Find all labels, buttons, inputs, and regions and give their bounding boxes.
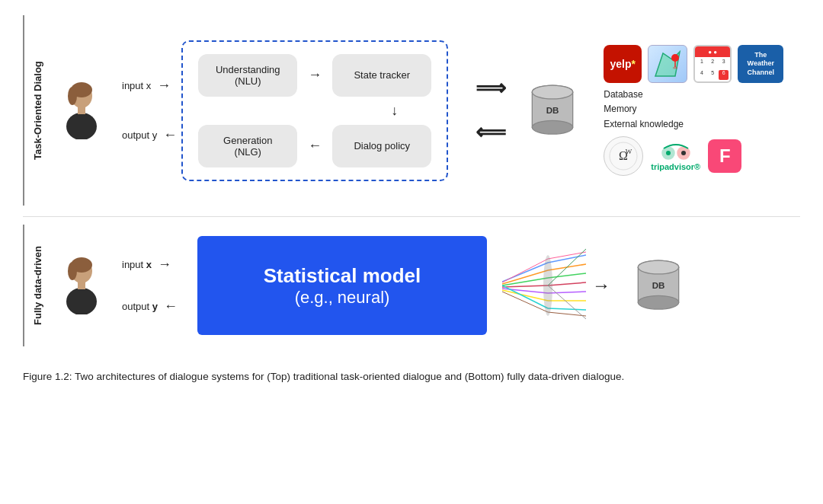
svg-line-30 (502, 285, 548, 287)
svg-text:DB: DB (652, 281, 665, 290)
wikipedia-icon: Ω W (604, 136, 643, 176)
top-section-row: Task-Oriented Dialog (23, 15, 800, 206)
svg-rect-26 (78, 280, 85, 289)
main-container: Task-Oriented Dialog (0, 0, 823, 504)
svg-line-38 (548, 273, 586, 278)
bottom-section-content: input x → output y ← Statistical model (… (55, 225, 800, 346)
top-row: Understanding(NLU) → State tracker (198, 54, 431, 97)
svg-point-47 (543, 255, 552, 316)
svg-point-20 (666, 151, 671, 155)
dialog-policy-box: Dialog policy (332, 125, 431, 167)
svg-text:DB: DB (546, 106, 559, 115)
top-input-label: input x → (122, 78, 177, 94)
svg-point-50 (638, 295, 678, 309)
svg-point-7 (533, 120, 573, 134)
svg-line-40 (548, 292, 586, 293)
svg-point-8 (533, 85, 573, 99)
yelp-icon: yelp* (604, 45, 642, 83)
neural-wires (502, 247, 586, 324)
task-oriented-label: Task-Oriented Dialog (23, 15, 46, 206)
svg-line-42 (548, 308, 586, 310)
bottom-row: Generation(NLG) ← Dialog policy (198, 125, 431, 167)
top-output-label: output y ← (122, 127, 177, 143)
foursquare-icon: F (708, 139, 741, 173)
figure-caption: Figure 1.2: Two architectures of dialogu… (23, 369, 800, 384)
bottom-output-label: output y ← (122, 298, 178, 314)
svg-line-43 (548, 252, 586, 259)
svg-line-46 (548, 249, 586, 285)
svg-point-51 (638, 260, 678, 274)
svg-point-25 (66, 288, 97, 314)
arrow-dp-nlg: ← (308, 138, 322, 154)
svg-text:W: W (626, 148, 632, 155)
svg-line-33 (502, 285, 548, 308)
db-memory-text: Database Memory External knowledge (604, 88, 783, 132)
tripadvisor-icon: tripadvisor® (651, 141, 700, 171)
svg-point-2 (68, 87, 77, 105)
weather-channel-icon: The Weather Channel (738, 45, 783, 83)
bottom-input-label: input x → (122, 257, 178, 273)
svg-line-36 (548, 255, 586, 263)
top-section-content: input x → output y ← Understanding(NLU) … (55, 15, 800, 206)
sections-wrapper: Task-Oriented Dialog (23, 15, 800, 384)
svg-line-32 (502, 290, 548, 301)
svg-point-21 (681, 151, 686, 155)
top-db: DB (526, 80, 579, 141)
svg-point-24 (68, 262, 77, 280)
svg-rect-4 (78, 105, 85, 114)
nlu-box: Understanding(NLU) (198, 54, 297, 97)
statistical-model-box: Statistical model (e.g., neural) (197, 236, 487, 335)
arrow-nlu-st: → (308, 67, 322, 83)
svg-point-14 (673, 67, 677, 69)
svg-line-39 (548, 282, 586, 285)
pipeline-box: Understanding(NLU) → State tracker ↓ Gen… (181, 40, 448, 181)
svg-point-3 (66, 113, 97, 139)
bottom-db-arrow: → (592, 275, 610, 296)
svg-line-35 (502, 292, 548, 312)
fully-data-driven-label: Fully data-driven (23, 225, 46, 346)
calendar-icon: ● ● 123 456 (693, 45, 732, 83)
section-divider (23, 216, 800, 217)
nlg-box: Generation(NLG) (198, 125, 297, 167)
bottom-avatar (55, 255, 108, 316)
map-icon (648, 45, 687, 83)
bottom-section-row: Fully data-driven input x (23, 225, 800, 346)
bottom-db: DB (632, 255, 685, 316)
state-tracker-box: State tracker (332, 54, 431, 97)
top-avatar (55, 80, 108, 141)
